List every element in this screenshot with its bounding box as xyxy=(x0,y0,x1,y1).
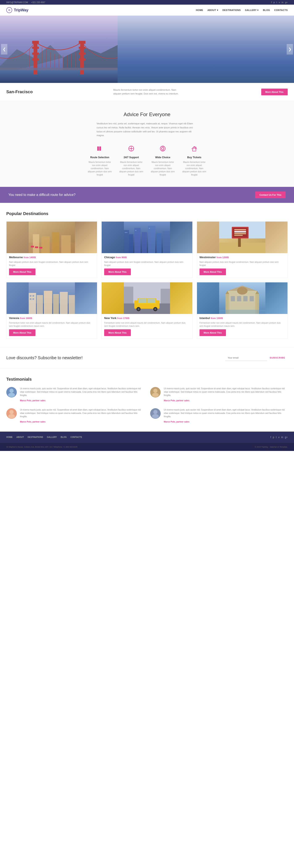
svg-point-110 xyxy=(8,414,15,418)
newsletter-email-input[interactable] xyxy=(225,355,267,361)
footer-nav-home[interactable]: HOME xyxy=(6,436,12,438)
support-icon xyxy=(119,145,144,154)
route-icon xyxy=(87,145,112,154)
dest-button-istanbul[interactable]: More About This xyxy=(199,329,226,336)
header: ⊙ TripWay HOME ABOUT ▾ DESTINATIONS GALL… xyxy=(0,5,294,16)
nav-contacts[interactable]: CONTACTS xyxy=(274,9,288,11)
dest-button-chicago[interactable]: More About This xyxy=(104,269,131,275)
dest-button-melbourne[interactable]: More About This xyxy=(9,269,36,275)
pinterest-icon-top[interactable]: p xyxy=(273,1,275,4)
nav-blog[interactable]: BLOG xyxy=(263,9,270,11)
footer-twitter-icon[interactable]: t xyxy=(276,436,277,439)
dest-desc-venesia: Fermentum tortor non enim aliquet mauris… xyxy=(9,321,95,328)
avatar-1 xyxy=(6,387,17,398)
svg-rect-88 xyxy=(124,287,133,304)
phone-info: +321 233 4567 xyxy=(31,1,45,4)
footer-nav-blog[interactable]: BLOG xyxy=(61,436,67,438)
svg-rect-65 xyxy=(234,235,243,236)
svg-rect-42 xyxy=(39,247,42,249)
dest-img-istanbul xyxy=(197,282,288,314)
newsletter-title: Love discounts? Subscribe to newsletter! xyxy=(6,355,83,360)
features-grid: Route Selection Mauris fermentum tortor … xyxy=(6,145,288,176)
dest-button-venesia[interactable]: More About This xyxy=(9,329,36,336)
testimonial-name-2: Marco Polo, partner sales xyxy=(164,399,189,402)
feature-tickets-title: Buy Tickets xyxy=(182,156,207,159)
dest-img-westminster xyxy=(197,222,288,253)
svg-point-108 xyxy=(152,393,159,397)
nav-home[interactable]: HOME xyxy=(196,9,203,11)
dest-name-chicago: Chicago xyxy=(104,256,115,259)
feature-route-title: Route Selection xyxy=(87,156,112,159)
newsletter-subscribe-button[interactable]: Subscribe xyxy=(267,355,288,361)
svg-point-105 xyxy=(9,389,14,393)
facebook-icon-top[interactable]: f xyxy=(271,1,272,4)
feature-support-title: 24/7 Support xyxy=(119,156,144,159)
footer-nav-gallery[interactable]: GALLERY xyxy=(47,436,57,438)
svg-point-95 xyxy=(237,287,247,294)
svg-rect-11 xyxy=(79,47,85,49)
dest-button-newyork[interactable]: More About This xyxy=(104,329,131,336)
svg-rect-51 xyxy=(125,232,126,233)
dest-card-melbourne: Melbourne from 1400$ Nam aliquam pretium… xyxy=(6,221,97,278)
hero-prev-button[interactable]: ❮ xyxy=(1,44,7,55)
highlight-more-button[interactable]: More About This xyxy=(261,89,288,95)
svg-rect-14 xyxy=(0,68,118,70)
footer-nav-contacts[interactable]: CONTACTS xyxy=(71,436,82,438)
svg-rect-6 xyxy=(32,47,39,49)
svg-rect-73 xyxy=(69,295,75,314)
svg-rect-76 xyxy=(30,298,32,300)
svg-rect-41 xyxy=(35,246,38,248)
svg-point-112 xyxy=(152,414,159,418)
feature-choice-desc: Mauris fermentum tortor non enim aliquet… xyxy=(150,160,175,176)
svg-rect-46 xyxy=(135,228,141,253)
footer-nav: HOME ABOUT DESTINATIONS GALLERY BLOG CON… xyxy=(0,432,294,443)
linkedin-icon-top[interactable]: in xyxy=(282,1,284,4)
dest-desc-chicago: Nam aliquam pretium duis sem feugiat con… xyxy=(104,260,190,267)
feature-support: 24/7 Support Mauris fermentum tortor non… xyxy=(119,145,144,176)
svg-point-31 xyxy=(160,146,165,151)
testimonial-3: Ut viverra mauris justo, quis auctor nis… xyxy=(6,408,144,423)
svg-rect-12 xyxy=(79,53,85,55)
logo[interactable]: ⊙ TripWay xyxy=(6,7,28,13)
testimonials-title: Testimonials xyxy=(6,377,288,382)
destination-highlight: San-Fracisco Mauris fermentum tortor non… xyxy=(0,83,294,101)
dest-button-westminster[interactable]: More About This xyxy=(199,269,226,275)
testimonials-grid: Ut viverra mauris justo, quis auctor nis… xyxy=(6,387,288,423)
dest-desc-melbourne: Nam aliquam pretium duis sem feugiat con… xyxy=(9,260,95,267)
footer-pinterest-icon[interactable]: p xyxy=(273,436,274,439)
hero-next-button[interactable]: ❯ xyxy=(287,44,293,55)
twitter-icon-top[interactable]: t xyxy=(277,1,277,4)
nav-destinations[interactable]: DESTINATIONS xyxy=(222,9,241,11)
feature-tickets-desc: Mauris fermentum tortor non enim aliquet… xyxy=(182,160,207,176)
svg-rect-89 xyxy=(161,289,170,304)
dest-name-melbourne: Melbourne xyxy=(9,256,23,259)
footer-nav-about[interactable]: ABOUT xyxy=(16,436,24,438)
nav-about[interactable]: ABOUT ▾ xyxy=(208,9,218,11)
footer-nav-destinations[interactable]: DESTINATIONS xyxy=(28,436,43,438)
svg-rect-26 xyxy=(99,147,101,151)
footer-facebook-icon[interactable]: f xyxy=(270,436,271,439)
googleplus-icon-top[interactable]: g+ xyxy=(285,1,288,4)
feature-choice: Wide Choice Mauris fermentum tortor non … xyxy=(150,145,175,176)
testimonials-section: Testimonials Ut viverra mauris justo, qu… xyxy=(0,368,294,432)
vimeo-icon-top[interactable]: v xyxy=(279,1,280,4)
svg-rect-39 xyxy=(61,235,71,253)
svg-rect-90 xyxy=(124,302,135,303)
footer-vimeo-icon[interactable]: v xyxy=(278,436,280,439)
dest-card-istanbul: Istanbul from 1300$ Fermentum tortor non… xyxy=(197,282,288,339)
feature-tickets: Buy Tickets Mauris fermentum tortor non … xyxy=(182,145,207,176)
svg-rect-103 xyxy=(250,296,254,301)
dest-desc-newyork: Fermentum tortor non enim aliquet mauris… xyxy=(104,321,190,328)
avatar-3 xyxy=(6,408,17,419)
top-bar: INFO@TRIPWAY.COM +321 233 4567 f p t v i… xyxy=(0,0,294,5)
svg-rect-50 xyxy=(163,231,170,253)
testimonial-text-2: Ut viverra mauris justo, quis auctor nis… xyxy=(164,387,288,397)
svg-rect-36 xyxy=(33,234,39,253)
advice-intro: Vestibulum lero nisl, porta vel, sceleri… xyxy=(97,122,197,137)
nav-gallery[interactable]: GALLERY ▾ xyxy=(245,9,259,11)
advice-title: Advice For Everyone xyxy=(6,112,288,117)
dest-img-venesia xyxy=(6,282,97,314)
footer-googleplus-icon[interactable]: g+ xyxy=(285,436,288,439)
cta-button[interactable]: Contact Us For This xyxy=(255,191,286,198)
footer-linkedin-icon[interactable]: in xyxy=(281,436,283,439)
